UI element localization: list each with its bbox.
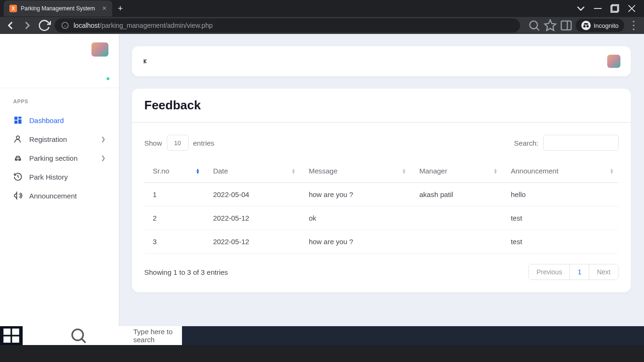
svg-marker-10 [545,20,556,30]
zoom-icon[interactable] [528,19,541,32]
table-cell: 2 [144,206,205,230]
car-icon [13,153,23,163]
taskbar-search[interactable]: Type here to search [23,326,182,345]
pagination: Previous 1 Next [528,264,619,280]
table-row: 12022-05-04how are you ?akash patilhello [144,183,619,206]
chevron-right-icon: ❯ [101,136,106,142]
column-header[interactable]: Sr.no▲▼ [144,159,205,183]
svg-point-30 [72,329,83,340]
bullhorn-icon [13,191,23,200]
entries-label: entries [193,139,215,147]
feedback-table: Sr.no▲▼Date▲▼Message▲▼Manager▲▼Announcem… [144,159,619,254]
chevron-down-icon[interactable] [574,2,587,15]
taskbar-search-placeholder: Type here to search [133,328,175,344]
back-button[interactable] [4,19,17,32]
new-tab-button[interactable]: + [118,4,123,14]
table-cell: test [502,206,619,230]
sort-icon: ▲▼ [610,168,614,174]
table-cell: akash patil [411,183,502,206]
collapse-sidebar-button[interactable] [142,57,151,66]
sidebar-item-parking-section[interactable]: Parking section❯ [6,148,113,167]
sidebar-item-park-history[interactable]: Park History [6,167,113,186]
browser-tab[interactable]: X Parking Management System × [4,0,112,16]
minimize-button[interactable] [591,2,604,15]
table-row: 32022-05-12how are you ?test [144,230,619,254]
svg-point-15 [633,21,635,23]
page-title: Feedback [144,98,619,113]
bookmark-icon[interactable] [544,19,557,32]
person-icon [13,134,23,144]
table-cell: test [502,230,619,254]
site-info-icon[interactable] [61,22,69,29]
svg-point-22 [17,136,20,139]
table-row: 22022-05-12oktest [144,206,619,230]
search-icon [29,326,128,345]
sidebar-item-registration[interactable]: Registration❯ [6,130,113,148]
sidebar-avatar[interactable] [91,42,108,79]
tab-title: Parking Management System [21,5,95,12]
table-info: Showing 1 to 3 of 3 entries [144,268,228,276]
search-input[interactable] [543,135,619,151]
address-bar[interactable]: localhost/parking_management/admin/view.… [55,18,520,33]
sidebar-item-announcement[interactable]: Announcement [6,186,113,205]
sidebar: APPS DashboardRegistration❯Parking secti… [0,34,119,345]
svg-rect-18 [15,117,18,120]
close-tab-icon[interactable]: × [102,4,107,13]
sort-icon: ▲▼ [196,168,200,174]
feedback-card: Feedback Show entries Search: Sr.no▲▼Dat… [132,89,631,292]
sidebar-item-label: Dashboard [29,116,64,124]
table-cell: how are you ? [300,230,411,254]
incognito-badge[interactable]: Incognito [576,19,624,32]
topbar-avatar[interactable] [607,55,620,68]
table-cell: hello [502,183,619,206]
column-header[interactable]: Manager▲▼ [411,159,502,183]
forward-button[interactable] [21,19,34,32]
chevron-right-icon: ❯ [101,155,106,161]
sort-icon: ▲▼ [402,168,406,174]
svg-rect-19 [18,117,22,119]
sidebar-item-dashboard[interactable]: Dashboard [6,111,113,130]
table-cell: 2022-05-12 [205,206,300,230]
sidebar-item-label: Parking section [29,154,78,162]
menu-icon[interactable] [627,19,640,32]
xampp-favicon: X [9,5,17,12]
maximize-button[interactable] [608,2,621,15]
windows-start-button[interactable] [0,326,23,345]
avatar-image [91,42,108,57]
panel-icon[interactable] [560,19,573,32]
close-window-button[interactable] [625,2,638,15]
table-cell [411,230,502,254]
svg-rect-26 [3,329,10,335]
sidebar-section-label: APPS [13,99,106,104]
status-online-dot [106,76,110,81]
page-number-button[interactable]: 1 [570,264,589,280]
svg-rect-20 [18,119,22,123]
table-cell: 2022-05-04 [205,183,300,206]
svg-point-16 [633,25,635,26]
search-label: Search: [514,139,538,147]
sidebar-item-label: Registration [29,135,67,143]
topbar [132,46,631,76]
table-cell: 2022-05-12 [205,230,300,254]
history-icon [13,172,23,181]
column-header[interactable]: Date▲▼ [205,159,300,183]
svg-rect-11 [561,21,571,30]
svg-rect-21 [15,121,18,124]
sort-icon: ▲▼ [494,168,498,174]
svg-point-13 [583,25,586,27]
previous-button[interactable]: Previous [529,264,570,280]
table-cell [411,206,502,230]
svg-rect-27 [12,329,19,335]
svg-line-9 [537,28,539,31]
entries-input[interactable] [167,135,189,151]
svg-rect-29 [12,337,19,343]
incognito-icon [581,21,591,30]
table-cell: 1 [144,183,205,206]
reload-button[interactable] [38,19,51,32]
show-label: Show [144,139,162,147]
column-header[interactable]: Message▲▼ [300,159,411,183]
column-header[interactable]: Announcement▲▼ [502,159,619,183]
next-button[interactable]: Next [589,264,618,280]
sidebar-item-label: Park History [29,173,68,181]
table-cell: how are you ? [300,183,411,206]
